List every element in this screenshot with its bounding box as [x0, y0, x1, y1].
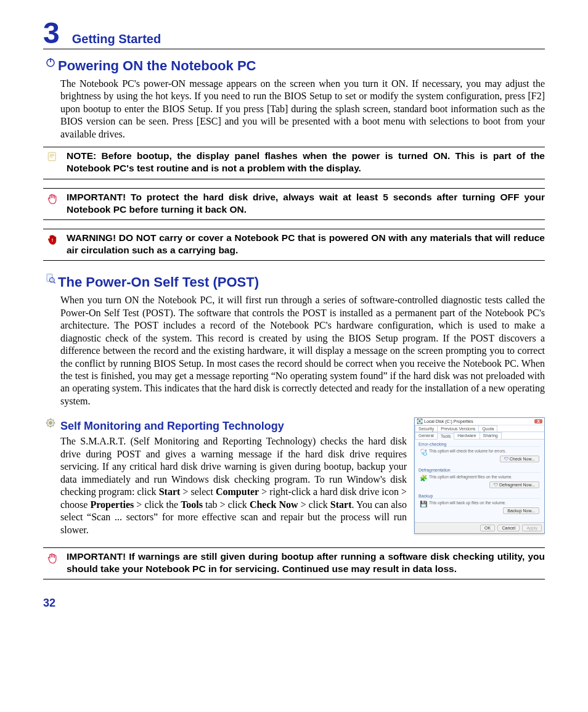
- page-number: 32: [43, 597, 545, 610]
- hand-stop-icon: [43, 191, 62, 206]
- tab-security[interactable]: Security: [415, 425, 438, 432]
- tab-prev-versions[interactable]: Previous Versions: [437, 425, 479, 432]
- chapter-title: Getting Started: [72, 32, 161, 49]
- group-error-checking-label: Error-checking: [419, 442, 541, 446]
- backup-icon: 💾: [420, 501, 427, 507]
- gear-disk-icon: [43, 417, 58, 428]
- dialog-cancel-button[interactable]: Cancel: [497, 525, 520, 531]
- tab-tools[interactable]: Tools: [437, 433, 454, 440]
- search-doc-icon: [43, 273, 58, 284]
- svg-line-9: [54, 282, 55, 283]
- post-body: When you turn ON the Notebook PC, it wil…: [60, 294, 545, 407]
- check-now-button[interactable]: Check Now...: [500, 456, 539, 462]
- important-callout-2: IMPORTANT! If warnings are still given d…: [43, 547, 545, 579]
- tab-sharing[interactable]: Sharing: [480, 432, 502, 439]
- hand-stop-icon-2: [43, 550, 62, 565]
- group-error-checking-desc: This option will check the volume for er…: [429, 449, 539, 454]
- svg-text:!: !: [52, 237, 54, 243]
- important-callout-1: IMPORTANT! To protect the hard disk driv…: [43, 188, 545, 220]
- dialog-tabs-row2: General Tools Hardware Sharing: [415, 432, 544, 440]
- dialog-apply-button[interactable]: Apply: [522, 525, 542, 531]
- dialog-close-button[interactable]: X: [534, 419, 542, 424]
- warning-hand-icon: !: [43, 232, 62, 247]
- important1-text: IMPORTANT! To protect the hard disk driv…: [62, 191, 545, 216]
- chapter-number: 3: [43, 18, 60, 48]
- note-text: NOTE: Before bootup, the display panel f…: [62, 150, 545, 174]
- note-icon: [43, 150, 62, 162]
- dialog-title: Local Disk (C:) Properties: [424, 419, 473, 424]
- chapter-header: 3 Getting Started: [43, 18, 545, 49]
- power-icon: [43, 57, 58, 68]
- tab-hardware[interactable]: Hardware: [454, 432, 480, 439]
- smart-heading: Self Monitoring and Reporting Technology: [60, 420, 284, 433]
- svg-point-11: [49, 422, 52, 425]
- disk-icon: 💽: [417, 419, 423, 424]
- svg-rect-2: [48, 153, 55, 162]
- disk-properties-dialog: 💽 Local Disk (C:) Properties X Security …: [414, 417, 545, 533]
- dialog-tabs-row1: Security Previous Versions Quota: [415, 425, 544, 432]
- warning-text: WARNING! DO NOT carry or cover a Noteboo…: [62, 232, 545, 256]
- warning-callout: ! WARNING! DO NOT carry or cover a Noteb…: [43, 229, 545, 261]
- powering-on-body: The Notebook PC's power-ON message appea…: [60, 78, 545, 141]
- tab-quota[interactable]: Quota: [478, 425, 497, 432]
- defrag-icon: 🧩: [420, 475, 427, 481]
- error-check-icon: 🩺: [420, 449, 427, 456]
- group-backup-label: Backup: [419, 494, 541, 498]
- group-defrag-desc: This option will defragment files on the…: [429, 475, 539, 480]
- powering-on-heading: Powering ON the Notebook PC: [58, 58, 256, 74]
- note-callout: NOTE: Before bootup, the display panel f…: [43, 147, 545, 179]
- important2-text: IMPORTANT! If warnings are still given d…: [62, 550, 545, 575]
- group-defrag-label: Defragmentation: [419, 468, 541, 472]
- backup-now-button[interactable]: Backup Now...: [503, 507, 539, 514]
- post-heading: The Power-On Self Test (POST): [58, 274, 259, 290]
- dialog-ok-button[interactable]: OK: [480, 525, 495, 531]
- tab-general[interactable]: General: [415, 432, 438, 439]
- group-backup-desc: This option will back up files on the vo…: [429, 501, 539, 505]
- defragment-now-button[interactable]: Defragment Now...: [489, 481, 539, 488]
